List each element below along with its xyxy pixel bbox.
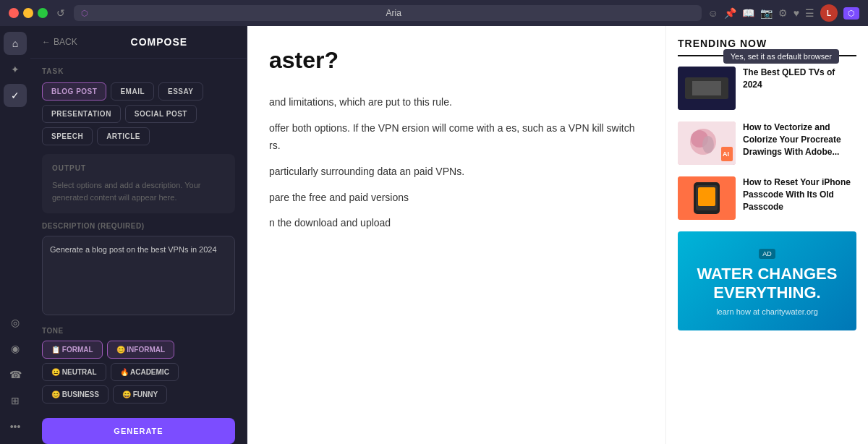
browser-bar: ↺ ⬡ Aria ☺ 📌 📖 📷 ⚙ ♥ ☰ L ⬡ Yes, set it a… bbox=[0, 0, 868, 26]
trending-thumb-2: AI bbox=[678, 121, 736, 165]
back-label: BACK bbox=[54, 37, 77, 47]
trending-item-1[interactable]: The Best QLED TVs of 2024 bbox=[678, 67, 856, 110]
sidebar: ⌂ ✦ ✓ ◎ ◉ ☎ ⊞ ••• bbox=[0, 26, 30, 444]
article-para-2: offer both options. If the VPN ersion wi… bbox=[269, 120, 644, 155]
generate-button[interactable]: GENERATE bbox=[42, 418, 235, 444]
article-area: aster? and limitations, which are put to… bbox=[247, 26, 665, 444]
svg-text:AI: AI bbox=[723, 150, 729, 158]
default-browser-tooltip: Yes, set it as default browser bbox=[723, 49, 839, 64]
list-button[interactable]: ☰ bbox=[805, 7, 814, 19]
task-essay[interactable]: ESSAY bbox=[158, 82, 203, 101]
description-section: DESCRIPTION (REQUIRED) Generate a blog p… bbox=[30, 222, 247, 327]
browser-navigation: ↺ bbox=[54, 6, 68, 20]
generate-section: GENERATE bbox=[30, 412, 247, 444]
svg-point-6 bbox=[702, 136, 714, 153]
trending-heading: TRENDING NOW bbox=[678, 38, 856, 49]
ad-badge: AD bbox=[759, 249, 775, 259]
article-para-3: particularly surrounding data an paid VP… bbox=[269, 163, 644, 181]
close-button[interactable] bbox=[9, 8, 19, 18]
tone-formal[interactable]: 📋 FORMAL bbox=[42, 341, 103, 359]
article-para-4: pare the free and paid versions bbox=[269, 189, 644, 207]
description-label: DESCRIPTION (REQUIRED) bbox=[42, 222, 235, 230]
article-content: aster? and limitations, which are put to… bbox=[269, 40, 644, 232]
tone-business[interactable]: 😊 BUSINESS bbox=[42, 385, 109, 404]
tone-informal[interactable]: 😊 INFORMAL bbox=[107, 341, 175, 359]
trending-item-2[interactable]: AI How to Vectorize and Colorize Your Pr… bbox=[678, 121, 856, 165]
task-email[interactable]: EMAIL bbox=[111, 82, 154, 101]
sidebar-icon-phone[interactable]: ☎ bbox=[4, 363, 27, 386]
compose-panel: ← BACK COMPOSE TASK BLOG POST EMAIL ESSA… bbox=[30, 26, 247, 444]
trending-title-3: How to Reset Your iPhone Passcode With I… bbox=[743, 176, 856, 220]
address-bar[interactable]: ⬡ Aria bbox=[74, 5, 702, 21]
sidebar-icon-check[interactable]: ✓ bbox=[4, 84, 27, 107]
pin-button[interactable]: 📌 bbox=[724, 7, 736, 19]
sidebar-icon-star[interactable]: ✦ bbox=[4, 58, 27, 81]
svg-rect-2 bbox=[692, 81, 721, 95]
tone-section: TONE 📋 FORMAL 😊 INFORMAL 😐 NEUTRAL 🔥 ACA… bbox=[30, 327, 247, 412]
maximize-button[interactable] bbox=[38, 8, 48, 18]
trending-thumb-3 bbox=[678, 176, 736, 220]
address-text: Aria bbox=[93, 8, 694, 18]
output-label: OUTPUT bbox=[52, 164, 225, 172]
task-label: TASK bbox=[42, 67, 235, 75]
task-presentation[interactable]: PRESENTATION bbox=[42, 105, 121, 123]
back-button[interactable]: ← BACK bbox=[42, 37, 77, 47]
article-title-partial: aster? bbox=[269, 40, 644, 80]
window-controls bbox=[9, 8, 48, 18]
aria-icon: ⬡ bbox=[81, 9, 88, 18]
sidebar-icon-home[interactable]: ⌂ bbox=[4, 32, 27, 55]
ad-banner: AD WATER CHANGES EVERYTHING. learn how a… bbox=[678, 231, 856, 330]
trending-item-3[interactable]: How to Reset Your iPhone Passcode With I… bbox=[678, 176, 856, 220]
description-input[interactable]: Generate a blog post on the best VPNs in… bbox=[42, 236, 235, 315]
camera-button[interactable]: 📷 bbox=[760, 7, 773, 19]
tone-grid: 📋 FORMAL 😊 INFORMAL 😐 NEUTRAL 🔥 ACADEMIC… bbox=[42, 341, 235, 404]
refresh-button[interactable]: ↺ bbox=[54, 6, 68, 20]
settings-button[interactable]: ⚙ bbox=[778, 7, 788, 19]
trending-title-2: How to Vectorize and Colorize Your Procr… bbox=[743, 121, 856, 165]
sidebar-icon-search[interactable]: ◎ bbox=[4, 311, 27, 334]
user-avatar[interactable]: L bbox=[820, 4, 838, 22]
browser-actions: ☺ 📌 📖 📷 ⚙ ♥ ☰ L ⬡ bbox=[707, 4, 859, 22]
sidebar-icon-chat[interactable]: ◉ bbox=[4, 337, 27, 360]
heart-button[interactable]: ♥ bbox=[793, 7, 799, 19]
trending-thumb-1 bbox=[678, 67, 736, 110]
task-blog-post[interactable]: BLOG POST bbox=[42, 82, 106, 101]
task-speech[interactable]: SPEECH bbox=[42, 127, 93, 145]
tone-academic[interactable]: 🔥 ACADEMIC bbox=[111, 363, 179, 381]
minimize-button[interactable] bbox=[23, 8, 33, 18]
compose-title: COMPOSE bbox=[83, 36, 235, 48]
ad-headline: WATER CHANGES EVERYTHING. bbox=[689, 265, 845, 303]
main-area: ⌂ ✦ ✓ ◎ ◉ ☎ ⊞ ••• ← BACK COMPOSE TASK BL… bbox=[0, 26, 868, 444]
back-arrow-icon: ← bbox=[42, 37, 51, 47]
reader-button[interactable]: 📖 bbox=[742, 7, 754, 19]
output-placeholder-text: Select options and add a description. Yo… bbox=[52, 179, 225, 203]
output-section: OUTPUT Select options and add a descript… bbox=[42, 154, 235, 213]
compose-header: ← BACK COMPOSE bbox=[30, 26, 247, 59]
sidebar-icon-apps[interactable]: ⊞ bbox=[4, 389, 27, 412]
tone-neutral[interactable]: 😐 NEUTRAL bbox=[42, 363, 106, 381]
sidebar-icon-more[interactable]: ••• bbox=[4, 415, 27, 438]
task-grid: BLOG POST EMAIL ESSAY PRESENTATION SOCIA… bbox=[42, 82, 235, 145]
trending-title-1: The Best QLED TVs of 2024 bbox=[743, 67, 856, 110]
default-browser-button[interactable]: ⬡ bbox=[843, 7, 859, 20]
task-section: TASK BLOG POST EMAIL ESSAY PRESENTATION … bbox=[30, 59, 247, 154]
article-para-5: n the download and upload bbox=[269, 215, 644, 232]
task-social-post[interactable]: SOCIAL POST bbox=[125, 105, 197, 123]
emoji-button[interactable]: ☺ bbox=[707, 7, 718, 19]
task-article[interactable]: ARTICLE bbox=[97, 127, 150, 145]
right-sidebar: TRENDING NOW The Best QLED TVs of 2024 bbox=[665, 26, 868, 444]
ad-subtext: learn how at charitywater.org bbox=[689, 307, 845, 316]
article-para-1: and limitations, which are put to this r… bbox=[269, 94, 644, 111]
tone-label: TONE bbox=[42, 327, 235, 335]
svg-rect-12 bbox=[698, 187, 715, 206]
tone-funny[interactable]: 😄 FUNNY bbox=[113, 385, 167, 404]
